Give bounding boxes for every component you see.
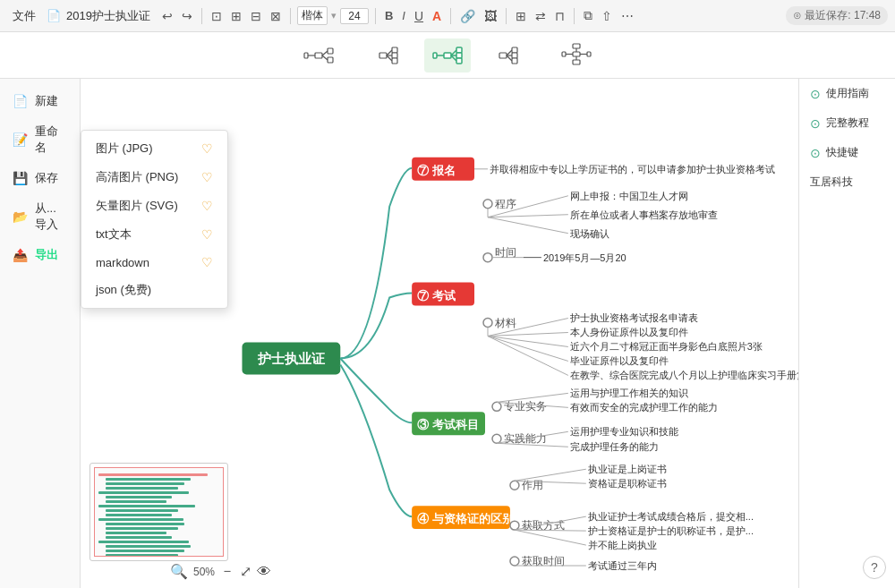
svg-line-102 <box>515 530 586 545</box>
format-button2[interactable]: ⊞ <box>228 7 244 25</box>
new-icon: 📄 <box>13 94 28 108</box>
layout-btn-5[interactable] <box>553 38 600 72</box>
more-button[interactable]: ⋯ <box>618 7 636 25</box>
svg-line-28 <box>507 55 512 61</box>
guide-button[interactable]: ⊙ 使用指南 <box>799 79 895 108</box>
main-area: 📄 新建 📝 重命名 💾 保存 📂 从...导入 📤 导出 图片 (JPG) ♡… <box>0 79 895 588</box>
share-button[interactable]: ⇧ <box>599 7 615 25</box>
export-icon: 📤 <box>13 248 28 262</box>
table-button[interactable]: ⊞ <box>513 7 529 25</box>
visibility-button[interactable]: 👁 <box>257 564 271 580</box>
svg-rect-30 <box>573 44 580 48</box>
export-submenu: 图片 (JPG) ♡ 高清图片 (PNG) ♡ 矢量图片 (SVG) ♡ txt… <box>81 130 228 309</box>
export-button[interactable]: 📤 导出 <box>0 240 80 270</box>
import-button[interactable]: 📂 从...导入 <box>0 193 80 240</box>
svg-text:材料: 材料 <box>494 317 516 329</box>
shortcuts-button[interactable]: ⊙ 快捷键 <box>799 138 895 167</box>
svg-rect-14 <box>444 53 451 58</box>
color-button[interactable]: A <box>430 7 444 25</box>
zoom-fit-button[interactable]: ⤢ <box>240 563 251 580</box>
export-jpg[interactable]: 图片 (JPG) ♡ <box>81 134 227 163</box>
svg-line-72 <box>488 336 568 375</box>
layout-btn-1[interactable] <box>295 38 342 72</box>
svg-text:2019年5月—5月20: 2019年5月—5月20 <box>543 252 626 263</box>
summary-button[interactable]: ⊓ <box>552 7 567 25</box>
export-svg[interactable]: 矢量图片 (SVG) ♡ <box>81 192 227 220</box>
font-selector[interactable]: 楷体 <box>297 6 328 25</box>
export-label: 导出 <box>35 247 58 263</box>
svg-text:③ 考试科目: ③ 考试科目 <box>417 418 479 431</box>
export-md[interactable]: markdown ♡ <box>81 249 227 276</box>
zoom-controls: 🔍 50% － ⤢ 👁 <box>170 562 271 581</box>
undo-button[interactable]: ↩ <box>159 7 175 25</box>
format-button4[interactable]: ⊠ <box>268 7 284 25</box>
svg-point-45 <box>483 200 492 209</box>
export-png[interactable]: 高清图片 (PNG) ♡ <box>81 163 227 192</box>
underline-button[interactable]: U <box>412 7 426 25</box>
export-txt[interactable]: txt文本 ♡ <box>81 220 227 249</box>
connect-button[interactable]: ⇄ <box>533 7 549 25</box>
svg-rect-7 <box>379 53 387 58</box>
svg-text:护士资格证是护士的职称证书，是护...: 护士资格证是护士的职称证书，是护... <box>587 525 754 536</box>
link-button[interactable]: 🔗 <box>457 7 478 25</box>
svg-text:执业证是上岗证书: 执业证是上岗证书 <box>588 464 667 474</box>
italic-button[interactable]: I <box>399 7 408 24</box>
svg-point-82 <box>492 434 501 443</box>
export-json[interactable]: json (免费) <box>81 276 227 304</box>
expand-button[interactable]: ⧉ <box>581 6 595 25</box>
layout-btn-4[interactable] <box>489 38 535 72</box>
save-button[interactable]: 💾 保存 <box>0 163 80 193</box>
help-button[interactable]: ? <box>863 556 886 579</box>
svg-text:并不能上岗执业: 并不能上岗执业 <box>588 540 657 550</box>
brand-label: 互居科技 <box>810 175 853 190</box>
svg-rect-22 <box>433 53 437 58</box>
svg-point-76 <box>492 402 501 411</box>
file-menu-button[interactable]: 文件 <box>7 6 41 26</box>
svg-text:毕业证原件以及复印件: 毕业证原件以及复印件 <box>570 355 669 366</box>
doc-icon: 📄 <box>47 9 61 22</box>
thumbnail-panel <box>90 463 228 561</box>
svg-line-15 <box>451 50 456 55</box>
rename-button[interactable]: 📝 重命名 <box>0 116 80 163</box>
guide-label: 使用指南 <box>826 86 869 101</box>
zoom-level: 50% <box>193 566 215 578</box>
svg-point-90 <box>510 481 519 490</box>
brand-item: 互居科技 <box>799 167 895 197</box>
divider3 <box>375 8 376 24</box>
tutorial-button[interactable]: ⊙ 完整教程 <box>799 108 895 138</box>
layout-btn-2[interactable] <box>360 38 406 72</box>
right-panel: ⊙ 使用指南 ⊙ 完整教程 ⊙ 快捷键 互居科技 ? <box>798 79 895 588</box>
shortcuts-icon: ⊙ <box>810 146 821 160</box>
svg-text:本人身份证原件以及复印件: 本人身份证原件以及复印件 <box>570 327 688 337</box>
svg-text:并取得相应中专以上学历证书的，可以申请参加护士执业资格考试: 并取得相应中专以上学历证书的，可以申请参加护士执业资格考试 <box>490 164 775 175</box>
export-svg-star: ♡ <box>201 199 213 213</box>
image-button[interactable]: 🖼 <box>482 7 499 25</box>
font-size-input[interactable]: 24 <box>340 8 369 24</box>
save-icon: 💾 <box>13 171 28 185</box>
svg-point-96 <box>510 521 519 530</box>
svg-text:运用护理专业知识和技能: 运用护理专业知识和技能 <box>570 426 678 437</box>
thumbnail-image <box>94 467 224 557</box>
zoom-out-button[interactable]: － <box>220 562 234 581</box>
format-button3[interactable]: ⊟ <box>248 7 264 25</box>
divider4 <box>450 8 451 24</box>
export-jpg-label: 图片 (JPG) <box>96 141 153 157</box>
format-button1[interactable]: ⊡ <box>209 7 225 25</box>
new-button[interactable]: 📄 新建 <box>0 86 80 116</box>
svg-text:程序: 程序 <box>495 198 516 210</box>
svg-text:专业实务: 专业实务 <box>504 400 547 413</box>
svg-rect-34 <box>562 52 566 56</box>
svg-text:在教学、综合医院完成八个月以上护理临床实习手册复印件: 在教学、综合医院完成八个月以上护理临床实习手册复印件 <box>570 370 826 380</box>
svg-rect-9 <box>392 47 397 53</box>
svg-line-50 <box>488 215 568 217</box>
svg-line-12 <box>387 55 392 61</box>
redo-button[interactable]: ↪ <box>179 7 195 25</box>
export-json-label: json (免费) <box>96 282 151 298</box>
svg-rect-2 <box>328 48 333 54</box>
svg-text:④ 与资格证的区别: ④ 与资格证的区别 <box>417 512 514 525</box>
file-menu: 📄 新建 📝 重命名 💾 保存 📂 从...导入 📤 导出 <box>0 79 81 588</box>
bold-button[interactable]: B <box>382 7 396 24</box>
import-icon: 📂 <box>13 209 28 224</box>
layout-btn-3[interactable] <box>424 38 471 72</box>
save-label: 保存 <box>35 170 58 186</box>
